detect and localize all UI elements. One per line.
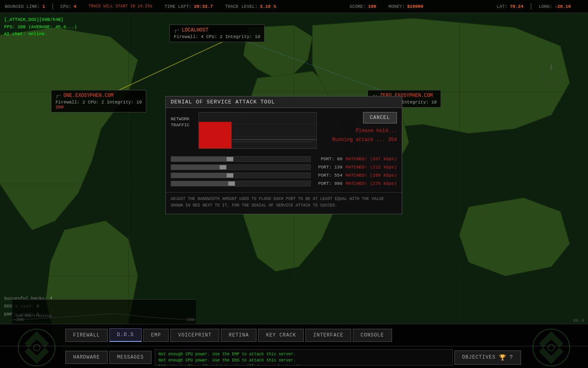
interface-button[interactable]: INTERFACE bbox=[305, 329, 351, 342]
cancel-button[interactable]: CANCEL bbox=[363, 112, 397, 123]
traffic-bar-red bbox=[199, 122, 232, 148]
ai-chat-status: AI chat: online. bbox=[4, 31, 77, 38]
help-icon: ? bbox=[510, 354, 513, 361]
port-slider-3[interactable] bbox=[171, 181, 311, 186]
port-label-1: PORT: 139 bbox=[314, 165, 343, 170]
localhost-stats: Firewall: 4 CPU: 2 Integrity: 10 bbox=[174, 34, 260, 39]
long-label: LONG: bbox=[539, 4, 552, 9]
port-match-0: MATCHED! (267 kbps) bbox=[346, 157, 397, 162]
trace-level-value: 3.16 % bbox=[260, 4, 276, 9]
svg-point-17 bbox=[33, 344, 40, 351]
status-hold: Please hold... bbox=[332, 127, 397, 136]
dos-instructions: Adjust the bandwidth amount used to floo… bbox=[166, 192, 402, 214]
trophy-icon: 🏆 bbox=[499, 354, 506, 361]
logo-right bbox=[531, 327, 572, 368]
slider-thumb-0[interactable] bbox=[227, 157, 233, 161]
bounced-link-value: 1 bbox=[42, 4, 45, 9]
port-slider-2[interactable] bbox=[171, 173, 311, 178]
trace-start-value: 14.25s bbox=[138, 4, 152, 9]
money-value: $10000 bbox=[407, 4, 423, 9]
slider-thumb-1[interactable] bbox=[220, 165, 226, 169]
long-value: -20.16 bbox=[555, 4, 571, 9]
dos-dialog: Denial Of Service Attack tool NETWORKTRA… bbox=[165, 96, 402, 214]
one-extra: 200 bbox=[56, 105, 64, 110]
attack-type: [_ATTACK_DOS][69B/64B] bbox=[4, 16, 77, 24]
localhost-title: LOCALHOST bbox=[182, 27, 208, 33]
fps-display: FPS: 200 (AVERAGE: 45.6...) bbox=[4, 24, 77, 31]
traffic-chart bbox=[198, 112, 317, 149]
one-title: ONE.EXOSYPHEN.COM bbox=[63, 93, 113, 99]
logo-left bbox=[16, 327, 57, 368]
message-line: DOS attack: Firewall and integrity will … bbox=[158, 364, 449, 366]
hardware-button[interactable]: HARDWARE bbox=[65, 351, 108, 364]
mini-chart: -200 -188.000/tracking 200 bbox=[12, 299, 196, 324]
trace-level-label: TRACE LEVEL: bbox=[225, 4, 257, 9]
port-slider-1[interactable] bbox=[171, 164, 311, 170]
port-row-3: PORT: 990MATCHED! (276 kbps) bbox=[171, 181, 397, 186]
minichart-tracking: -188.000/tracking bbox=[14, 314, 51, 318]
port-match-1: MATCHED! (212 kbps) bbox=[346, 165, 397, 170]
console-button[interactable]: CONSOLE bbox=[353, 329, 392, 342]
bottom-right-value: 86.4 bbox=[573, 318, 584, 323]
dos-dialog-title: Denial Of Service Attack tool bbox=[166, 96, 402, 108]
port-match-2: MATCHED! (269 kbps) bbox=[346, 173, 397, 178]
svg-rect-9 bbox=[12, 299, 196, 324]
slider-thumb-3[interactable] bbox=[228, 182, 235, 186]
minichart-left: -200 bbox=[14, 318, 24, 322]
bottom-toolbar: FIREWALL D.O.S EMP VOICEPRINT RETINA KEY… bbox=[0, 324, 588, 368]
node-one-exosyphen[interactable]: ┌· ONE.EXOSYPHEN.COM Firewall: 2 CPU: 2 … bbox=[51, 90, 146, 112]
keycrack-button[interactable]: KEY CRACK bbox=[258, 329, 304, 342]
port-slider-0[interactable] bbox=[171, 156, 311, 162]
trace-start-label: TRACE WILL START IN bbox=[89, 4, 135, 9]
time-left-value: 28:33.7 bbox=[194, 4, 213, 9]
status-running: Running attack ... 354 bbox=[332, 136, 397, 145]
port-label-2: PORT: 554 bbox=[314, 173, 343, 178]
time-left-label: TIME LEFT: bbox=[165, 4, 192, 9]
port-match-3: MATCHED! (276 kbps) bbox=[346, 181, 397, 186]
ports-section: PORT: 80MATCHED! (267 kbps)PORT: 139MATC… bbox=[166, 156, 402, 192]
bounced-link-label: BOUNCED LINK: bbox=[5, 4, 40, 9]
port-row-1: PORT: 139MATCHED! (212 kbps) bbox=[171, 164, 397, 170]
firewall-button[interactable]: FIREWALL bbox=[65, 329, 108, 342]
traffic-label: NETWORKTRAFFIC bbox=[171, 112, 195, 129]
toolbar-row1: FIREWALL D.O.S EMP VOICEPRINT RETINA KEY… bbox=[0, 324, 588, 346]
svg-text:N: N bbox=[550, 65, 552, 68]
toolbar-row2: HARDWARE MESSAGES Not enough CPU power. … bbox=[0, 346, 588, 368]
port-row-2: PORT: 554MATCHED! (269 kbps) bbox=[171, 173, 397, 178]
one-bracket: ┌· bbox=[56, 93, 61, 99]
port-label-0: PORT: 80 bbox=[314, 157, 343, 162]
objectives-button[interactable]: OBJECTIVES 🏆 ? bbox=[454, 350, 521, 365]
dos-button[interactable]: D.O.S bbox=[109, 328, 142, 342]
score-label: SCORE: bbox=[350, 4, 366, 9]
minichart-right: 200 bbox=[187, 318, 194, 322]
port-label-3: PORT: 990 bbox=[314, 181, 343, 186]
voiceprint-button[interactable]: VOICEPRINT bbox=[170, 329, 219, 342]
localhost-bracket-open: ┌· bbox=[174, 27, 180, 33]
emp-button[interactable]: EMP bbox=[143, 329, 169, 342]
slider-thumb-2[interactable] bbox=[227, 173, 233, 177]
money-label: MONEY: bbox=[388, 4, 405, 9]
compass: N bbox=[539, 61, 564, 86]
port-row-0: PORT: 80MATCHED! (267 kbps) bbox=[171, 156, 397, 162]
objectives-label: OBJECTIVES bbox=[462, 355, 496, 360]
traffic-section: NETWORKTRAFFIC bbox=[171, 112, 328, 152]
score-value: 100 bbox=[368, 4, 376, 9]
messages-button[interactable]: MESSAGES bbox=[109, 351, 152, 364]
message-line: Not enough CPU power. Use the EMP to att… bbox=[158, 351, 449, 357]
cpu-label: CPU: bbox=[60, 4, 71, 9]
top-bar: BOUNCED LINK: 1 | CPU: 4 TRACE WILL STAR… bbox=[0, 0, 588, 13]
hud-topleft: [_ATTACK_DOS][69B/64B] FPS: 200 (AVERAGE… bbox=[4, 16, 77, 38]
lat-label: LAT: bbox=[497, 4, 507, 9]
node-localhost[interactable]: ┌· LOCALHOST Firewall: 4 CPU: 2 Integrit… bbox=[169, 25, 265, 42]
retina-button[interactable]: RETINA bbox=[221, 329, 256, 342]
lat-value: 70.24 bbox=[510, 4, 523, 9]
cpu-value: 4 bbox=[74, 4, 76, 9]
one-stats: Firewall: 2 CPU: 2 Integrity: 10 bbox=[56, 100, 142, 105]
cancel-area: CANCEL Please hold... Running attack ...… bbox=[332, 112, 397, 152]
messages-area: Not enough CPU power. Use the EMP to att… bbox=[155, 349, 452, 366]
message-line: Not enough CPU power. Use the DOS to att… bbox=[158, 357, 449, 364]
svg-point-19 bbox=[548, 344, 555, 351]
